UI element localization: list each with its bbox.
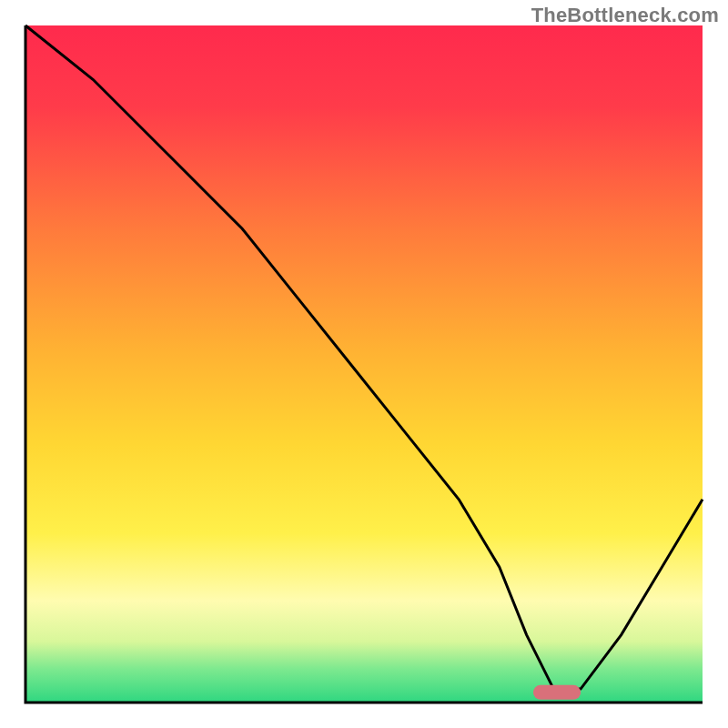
plot-background <box>25 25 703 703</box>
bottleneck-chart <box>0 0 728 728</box>
optimal-marker <box>533 685 581 700</box>
